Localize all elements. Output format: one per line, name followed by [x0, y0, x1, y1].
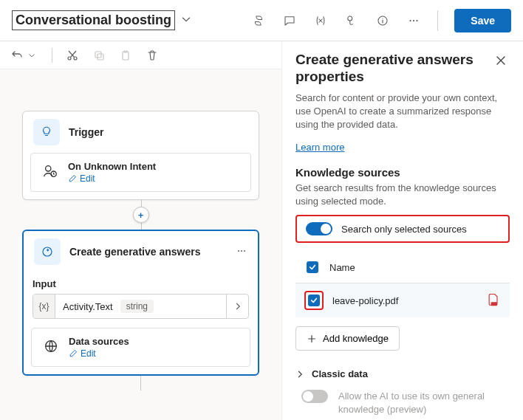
- comment-icon[interactable]: [282, 13, 297, 28]
- svg-point-3: [413, 19, 414, 21]
- svg-point-4: [417, 19, 418, 21]
- node-more-icon[interactable]: [236, 245, 247, 259]
- fx-type-tag: string: [120, 300, 154, 313]
- sparkle-icon: [34, 238, 61, 265]
- name-column-header: Name: [329, 262, 355, 273]
- data-sources-card[interactable]: Data sources Edit: [31, 328, 250, 367]
- search-selected-toggle[interactable]: [306, 222, 332, 235]
- edit-label: Edit: [81, 348, 96, 359]
- svg-rect-8: [98, 54, 103, 60]
- input-arrow-icon[interactable]: [226, 295, 248, 318]
- trigger-icon: [33, 119, 60, 145]
- variable-icon[interactable]: [313, 13, 328, 28]
- input-section-label: Input: [33, 278, 249, 289]
- svg-point-13: [43, 247, 52, 256]
- copilot-icon[interactable]: [251, 13, 266, 28]
- trigger-edit-link[interactable]: Edit: [68, 173, 156, 184]
- panel-description: Search for content or provide your own c…: [295, 92, 510, 132]
- trigger-title: Trigger: [69, 126, 103, 138]
- ks-row-leave-policy[interactable]: leave-policy.pdf: [295, 283, 510, 317]
- copy-icon: [92, 49, 106, 62]
- ks-item-checkbox[interactable]: [308, 295, 320, 306]
- globe-icon: [41, 336, 61, 357]
- search-selected-toggle-row: Search only selected sources: [295, 215, 510, 243]
- cut-icon[interactable]: [66, 49, 79, 62]
- ks-item-name: leave-policy.pdf: [332, 295, 398, 306]
- save-button[interactable]: Save: [454, 9, 511, 32]
- classic-data-label: Classic data: [312, 368, 368, 379]
- connector-line: [22, 376, 259, 390]
- more-icon[interactable]: [406, 13, 421, 28]
- chevron-down-icon[interactable]: [180, 13, 193, 28]
- unknown-intent-icon: [40, 161, 61, 182]
- svg-point-16: [244, 250, 245, 252]
- input-value-row[interactable]: {x} Activity.Text string: [33, 294, 249, 319]
- svg-point-2: [410, 19, 411, 21]
- paste-icon: [119, 49, 132, 62]
- knowledge-sources-heading: Knowledge sources: [295, 166, 510, 179]
- gen-title: Create generative answers: [69, 246, 200, 258]
- info-icon[interactable]: [375, 13, 390, 28]
- undo-chevron-icon[interactable]: [25, 49, 38, 62]
- topic-title[interactable]: Conversational boosting: [12, 10, 175, 30]
- data-sources-edit-link[interactable]: Edit: [69, 348, 129, 359]
- separator: [52, 48, 52, 63]
- toggle-label: Search only selected sources: [341, 224, 467, 235]
- chevron-right-icon: [295, 370, 304, 379]
- allow-general-knowledge-toggle: [301, 390, 328, 403]
- svg-rect-18: [491, 302, 497, 306]
- trigger-node[interactable]: Trigger On Unknown Intent Edit: [22, 111, 259, 200]
- fx-value: Activity.Text: [55, 301, 120, 312]
- svg-point-15: [241, 250, 242, 252]
- edit-label: Edit: [80, 173, 95, 184]
- svg-rect-7: [95, 52, 101, 58]
- delete-icon[interactable]: [146, 49, 159, 62]
- add-knowledge-button[interactable]: Add knowledge: [295, 326, 400, 351]
- select-all-checkbox[interactable]: [307, 261, 318, 273]
- pencil-icon: [69, 349, 78, 358]
- data-sources-title: Data sources: [69, 336, 129, 347]
- trigger-sub-card[interactable]: On Unknown Intent Edit: [30, 153, 251, 192]
- debug-icon[interactable]: [344, 13, 359, 28]
- svg-point-0: [348, 16, 352, 21]
- classic-data-toggle[interactable]: Classic data: [295, 368, 510, 379]
- separator: [437, 10, 438, 31]
- svg-point-14: [238, 250, 239, 252]
- add-node-button[interactable]: +: [133, 207, 149, 223]
- plus-icon: [307, 334, 317, 344]
- pdf-file-icon: [486, 292, 501, 309]
- close-icon[interactable]: [492, 52, 510, 72]
- ks-header-row: Name: [295, 252, 510, 283]
- svg-point-5: [68, 57, 71, 60]
- panel-title: Create generative answers properties: [295, 52, 492, 86]
- knowledge-sources-sub: Get search results from the knowledge so…: [295, 182, 510, 207]
- trigger-sub-title: On Unknown Intent: [68, 161, 156, 172]
- svg-rect-9: [123, 52, 129, 60]
- pencil-icon: [68, 174, 77, 183]
- svg-point-11: [46, 166, 51, 171]
- learn-more-link[interactable]: Learn more: [295, 142, 344, 153]
- undo-icon[interactable]: [10, 49, 24, 62]
- svg-point-6: [74, 57, 77, 60]
- allow-general-knowledge-label: Allow the AI to use its own general know…: [338, 390, 486, 416]
- fx-icon: {x}: [33, 295, 55, 318]
- generative-answers-node[interactable]: Create generative answers Input {x} Acti…: [22, 230, 259, 376]
- add-knowledge-label: Add knowledge: [323, 333, 389, 344]
